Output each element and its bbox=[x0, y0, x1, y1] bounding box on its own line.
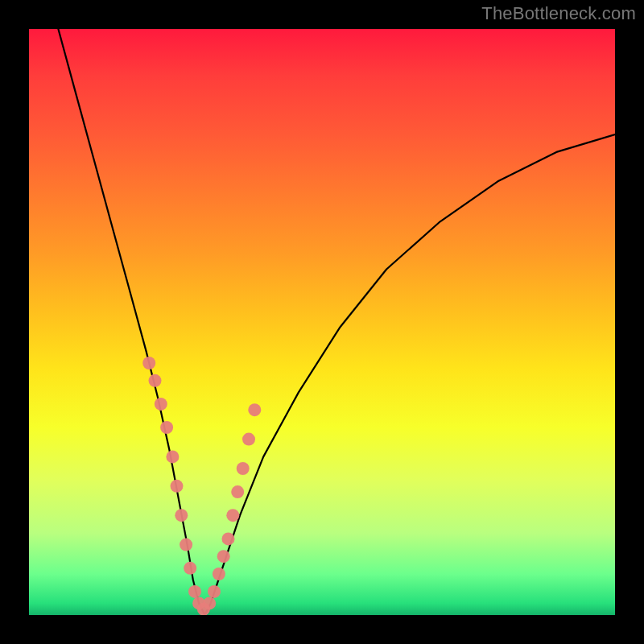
scatter-point bbox=[188, 585, 201, 598]
watermark-text: TheBottleneck.com bbox=[481, 3, 636, 24]
bottleneck-curve-path bbox=[58, 29, 615, 615]
scatter-point bbox=[160, 421, 173, 434]
scatter-point bbox=[231, 485, 244, 498]
scatter-point bbox=[242, 433, 255, 446]
scatter-point bbox=[237, 462, 250, 475]
scatter-point bbox=[180, 539, 192, 551]
highlighted-points bbox=[142, 357, 261, 615]
scatter-point bbox=[226, 509, 239, 522]
scatter-point bbox=[149, 374, 162, 387]
scatter-point bbox=[155, 398, 167, 411]
scatter-point bbox=[171, 480, 184, 493]
bottleneck-curve bbox=[58, 29, 615, 615]
chart-svg bbox=[29, 29, 615, 615]
scatter-point bbox=[142, 357, 155, 369]
scatter-point bbox=[208, 585, 221, 598]
plot-area bbox=[29, 29, 615, 615]
scatter-point bbox=[217, 550, 230, 563]
scatter-point bbox=[175, 509, 188, 522]
scatter-point bbox=[184, 562, 196, 575]
scatter-point bbox=[203, 597, 216, 609]
scatter-point bbox=[248, 403, 261, 416]
scatter-point bbox=[222, 532, 235, 545]
scatter-point bbox=[213, 568, 225, 580]
scatter-point bbox=[166, 450, 179, 463]
chart-frame: TheBottleneck.com bbox=[0, 0, 644, 644]
